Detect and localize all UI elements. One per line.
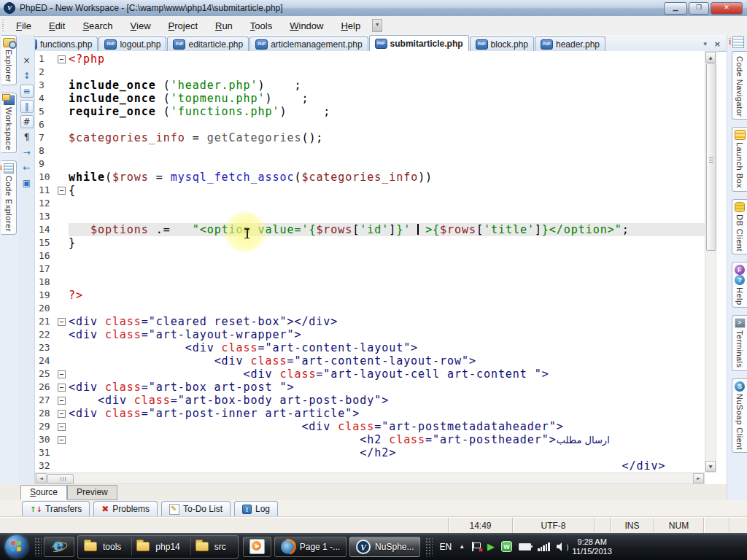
column-mode-icon[interactable]: ∥ <box>20 100 34 113</box>
side-tab-terminals[interactable]: >Terminals <box>732 315 747 371</box>
folder-window-php14[interactable]: php14 <box>132 538 190 556</box>
media-player-button[interactable] <box>243 537 271 557</box>
document-close-icon[interactable]: × <box>714 40 721 48</box>
sidebar-tab-code-explorer[interactable]: Code Explorer <box>1 160 17 235</box>
file-tab-block-php[interactable]: block.php <box>470 36 534 51</box>
code-line-text[interactable]: <div class="art-postmetadataheader"> <box>69 420 705 433</box>
side-tab-help[interactable]: F?Help <box>732 262 747 308</box>
toolbar-overflow-button[interactable]: ▾ <box>372 19 382 32</box>
code-line-text[interactable]: while($rows = mysql_fetch_assoc($categor… <box>69 171 705 184</box>
maximize-button[interactable]: ❐ <box>689 2 709 15</box>
code-line-text[interactable] <box>69 197 705 210</box>
menu-edit[interactable]: Edit <box>40 18 74 34</box>
word-wrap-icon[interactable]: ≡ <box>20 85 34 98</box>
file-tab-articlemanagement-php[interactable]: articlemanagement.php <box>249 36 368 51</box>
menu-help[interactable]: Help <box>332 18 369 34</box>
fold-marker-icon[interactable] <box>58 187 66 195</box>
view-tab-source[interactable]: Source <box>20 485 67 500</box>
code-line-text[interactable] <box>69 276 705 289</box>
fold-marker-icon[interactable] <box>58 370 66 378</box>
fold-marker-icon[interactable] <box>58 423 66 431</box>
menu-file[interactable]: File <box>7 18 40 34</box>
code-line-text[interactable] <box>69 118 705 131</box>
file-tab-header-php[interactable]: header.php <box>535 36 605 51</box>
panel-tab-problems[interactable]: ✖Problems <box>93 501 158 516</box>
fold-marker-icon[interactable] <box>58 410 66 418</box>
menu-run[interactable]: Run <box>206 18 241 34</box>
fold-marker-icon[interactable] <box>58 384 66 392</box>
code-line-text[interactable]: <div class="art-post-inner art-article"> <box>69 407 705 420</box>
play-tray-icon[interactable]: ▶ <box>487 542 495 551</box>
code-line-text[interactable]: <div class="art-content-layout-row"> <box>69 354 705 368</box>
code-line-text[interactable]: require_once ('functions.php') ; <box>69 105 705 118</box>
wamp-server-icon[interactable]: W <box>501 541 512 552</box>
line-numbers-icon[interactable]: # <box>20 115 34 128</box>
volume-icon[interactable] <box>557 542 568 551</box>
code-line-text[interactable]: <div class="art-box-body art-post-body"> <box>69 394 705 407</box>
taskbar-grip[interactable] <box>425 537 433 556</box>
tab-list-dropdown-icon[interactable]: ▼ <box>703 41 708 47</box>
file-tab-submitarticle-php[interactable]: submitarticle.php <box>369 35 469 51</box>
folder-window-src[interactable]: src <box>191 538 236 556</box>
menu-window[interactable]: Window <box>281 18 332 34</box>
horizontal-scroll-thumb[interactable] <box>47 474 74 484</box>
menu-search[interactable]: Search <box>74 18 121 34</box>
code-line-text[interactable]: <div class="art-box art-post "> <box>69 381 705 394</box>
action-center-icon[interactable]: ✖ <box>472 542 481 552</box>
file-tab-editarticle-php[interactable]: editarticle.php <box>167 36 249 51</box>
code-line-text[interactable]: <div class="cleared reset-box"></div> <box>69 315 705 328</box>
code-navigator-icon[interactable] <box>732 36 744 48</box>
side-tab-db-client[interactable]: DB Client <box>732 199 747 254</box>
horizontal-scrollbar[interactable]: ◄ ► <box>35 472 705 484</box>
language-indicator[interactable]: EN <box>439 542 452 552</box>
code-line-text[interactable]: <div class="art-layout-cell art-content … <box>69 368 705 381</box>
scroll-down-icon[interactable]: ▼ <box>705 461 716 472</box>
vertical-scroll-thumb[interactable] <box>706 63 716 251</box>
taskbar-clock[interactable]: 9:28 AM 11/15/2013 <box>573 537 612 556</box>
code-line-text[interactable] <box>69 158 705 171</box>
code-line-text[interactable] <box>69 66 705 79</box>
scroll-left-icon[interactable]: ◄ <box>36 473 47 483</box>
code-line-text[interactable] <box>69 144 705 158</box>
file-tab-logout-php[interactable]: logout.php <box>98 36 166 51</box>
code-line-text[interactable]: <h2 class="art-postheader">ارسال مطلب <box>69 433 705 446</box>
fold-marker-icon[interactable] <box>58 397 66 405</box>
nusphere-window-button[interactable]: V NuSphe... <box>349 537 420 557</box>
code-line-text[interactable]: </h2> <box>69 446 705 459</box>
network-signal-icon[interactable] <box>538 542 550 551</box>
split-icon[interactable]: ↕ <box>20 69 34 82</box>
side-tab-nusoap-client[interactable]: SNuSoap Client <box>732 378 747 453</box>
menu-project[interactable]: Project <box>160 18 206 34</box>
taskbar-grip[interactable] <box>34 537 42 556</box>
scroll-up-icon[interactable]: ▲ <box>705 52 716 63</box>
close-icon[interactable]: × <box>20 54 34 67</box>
fold-marker-icon[interactable] <box>58 318 66 326</box>
view-tab-preview[interactable]: Preview <box>67 485 117 500</box>
outdent-icon[interactable]: ← <box>20 161 34 174</box>
fold-marker-icon[interactable] <box>58 55 66 63</box>
firefox-window-button[interactable]: Page 1 -... <box>274 537 347 557</box>
close-button[interactable]: ✕ <box>711 2 743 15</box>
start-button[interactable] <box>5 535 28 558</box>
code-line-text[interactable]: $options .= "<option value='{$rows['id']… <box>69 223 705 236</box>
side-tab-launch-box[interactable]: Launch Box <box>732 127 747 191</box>
code-line-text[interactable] <box>69 262 705 276</box>
code-line-text[interactable]: } <box>69 236 705 249</box>
toolbar-grip[interactable] <box>2 20 4 31</box>
menu-tools[interactable]: Tools <box>241 18 281 34</box>
code-line-text[interactable]: <div class="art-content-layout"> <box>69 341 705 354</box>
vertical-scrollbar[interactable]: ▲ ▼ <box>705 51 716 472</box>
preview-icon[interactable]: ▣ <box>20 176 34 190</box>
panel-tab-log[interactable]: !Log <box>234 501 278 516</box>
code-line-text[interactable] <box>69 210 705 223</box>
indent-icon[interactable]: → <box>20 146 34 159</box>
minimize-button[interactable]: ▁ <box>664 2 687 15</box>
folder-window-tools[interactable]: tools <box>80 538 132 556</box>
code-line-text[interactable] <box>69 302 705 315</box>
code-line-text[interactable]: include_once ('header.php') ; <box>69 79 705 92</box>
panel-tab-transfers[interactable]: ↑↓Transfers <box>22 501 90 516</box>
code-line-text[interactable]: ?> <box>69 289 705 302</box>
internet-explorer-button[interactable] <box>44 537 74 557</box>
sidebar-tab-explorer[interactable]: Explorer <box>1 35 17 85</box>
code-line-text[interactable]: <?php <box>69 52 705 66</box>
